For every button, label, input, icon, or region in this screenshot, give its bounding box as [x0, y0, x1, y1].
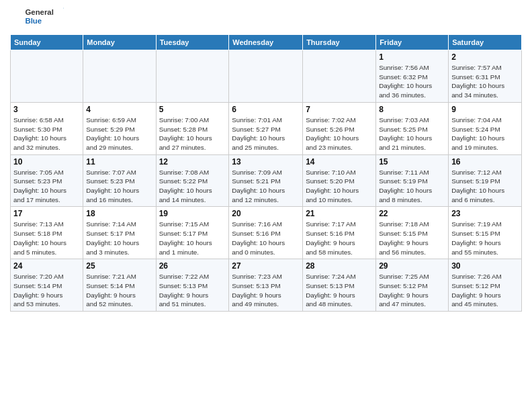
day-number: 9	[451, 105, 519, 114]
calendar-cell: 5Sunrise: 7:00 AM Sunset: 5:28 PM Daylig…	[156, 102, 229, 154]
calendar-cell: 4Sunrise: 6:59 AM Sunset: 5:29 PM Daylig…	[83, 102, 156, 154]
calendar-cell	[83, 50, 156, 103]
svg-text:Blue: Blue	[26, 17, 42, 25]
calendar-cell: 20Sunrise: 7:16 AM Sunset: 5:16 PM Dayli…	[229, 207, 303, 259]
page-container: General Blue SundayMondayTuesdayWednesda…	[0, 0, 532, 318]
weekday-header-saturday: Saturday	[449, 35, 522, 50]
calendar-cell: 26Sunrise: 7:22 AM Sunset: 5:13 PM Dayli…	[156, 259, 229, 312]
day-info: Sunrise: 7:00 AM Sunset: 5:28 PM Dayligh…	[159, 116, 226, 152]
day-number: 10	[13, 157, 80, 167]
day-number: 17	[13, 209, 80, 218]
calendar-cell: 10Sunrise: 7:05 AM Sunset: 5:23 PM Dayli…	[11, 154, 83, 207]
day-info: Sunrise: 7:21 AM Sunset: 5:14 PM Dayligh…	[86, 272, 152, 309]
day-number: 30	[451, 261, 519, 271]
svg-text:General: General	[26, 8, 54, 16]
calendar-cell	[11, 50, 83, 103]
day-info: Sunrise: 7:10 AM Sunset: 5:20 PM Dayligh…	[306, 168, 373, 205]
logo: General Blue	[10, 7, 64, 30]
calendar-week-row: 10Sunrise: 7:05 AM Sunset: 5:23 PM Dayli…	[11, 154, 522, 207]
weekday-header-thursday: Thursday	[303, 35, 376, 50]
day-info: Sunrise: 7:25 AM Sunset: 5:12 PM Dayligh…	[379, 272, 445, 309]
day-number: 11	[86, 157, 152, 167]
day-number: 6	[232, 105, 300, 114]
calendar-cell: 12Sunrise: 7:08 AM Sunset: 5:22 PM Dayli…	[156, 154, 229, 207]
day-info: Sunrise: 7:12 AM Sunset: 5:19 PM Dayligh…	[451, 168, 519, 205]
day-number: 12	[159, 157, 226, 167]
day-number: 8	[379, 105, 445, 114]
day-info: Sunrise: 7:57 AM Sunset: 6:31 PM Dayligh…	[451, 63, 519, 100]
calendar-cell: 14Sunrise: 7:10 AM Sunset: 5:20 PM Dayli…	[303, 154, 376, 207]
calendar-week-row: 17Sunrise: 7:13 AM Sunset: 5:18 PM Dayli…	[11, 207, 522, 259]
calendar-cell: 11Sunrise: 7:07 AM Sunset: 5:23 PM Dayli…	[83, 154, 156, 207]
day-number: 2	[451, 52, 519, 62]
calendar-cell: 2Sunrise: 7:57 AM Sunset: 6:31 PM Daylig…	[449, 50, 522, 103]
day-info: Sunrise: 7:05 AM Sunset: 5:23 PM Dayligh…	[13, 168, 80, 205]
weekday-header-wednesday: Wednesday	[229, 35, 303, 50]
calendar-cell: 23Sunrise: 7:19 AM Sunset: 5:15 PM Dayli…	[449, 207, 522, 259]
calendar-cell: 1Sunrise: 7:56 AM Sunset: 6:32 PM Daylig…	[376, 50, 449, 103]
weekday-header-sunday: Sunday	[11, 35, 83, 50]
day-info: Sunrise: 7:23 AM Sunset: 5:13 PM Dayligh…	[232, 272, 300, 309]
day-info: Sunrise: 7:14 AM Sunset: 5:17 PM Dayligh…	[86, 220, 152, 257]
calendar-week-row: 3Sunrise: 6:58 AM Sunset: 5:30 PM Daylig…	[11, 102, 522, 154]
day-number: 5	[159, 105, 226, 114]
day-number: 24	[13, 261, 80, 271]
day-info: Sunrise: 7:08 AM Sunset: 5:22 PM Dayligh…	[159, 168, 226, 205]
calendar-cell: 30Sunrise: 7:26 AM Sunset: 5:12 PM Dayli…	[449, 259, 522, 312]
day-number: 1	[379, 52, 445, 62]
calendar-table: SundayMondayTuesdayWednesdayThursdayFrid…	[10, 34, 522, 312]
day-info: Sunrise: 7:09 AM Sunset: 5:21 PM Dayligh…	[232, 168, 300, 205]
calendar-cell: 9Sunrise: 7:04 AM Sunset: 5:24 PM Daylig…	[449, 102, 522, 154]
day-number: 23	[451, 209, 519, 218]
calendar-cell: 21Sunrise: 7:17 AM Sunset: 5:16 PM Dayli…	[303, 207, 376, 259]
calendar-cell: 29Sunrise: 7:25 AM Sunset: 5:12 PM Dayli…	[376, 259, 449, 312]
day-number: 22	[379, 209, 445, 218]
day-number: 16	[451, 157, 519, 167]
calendar-week-row: 24Sunrise: 7:20 AM Sunset: 5:14 PM Dayli…	[11, 259, 522, 312]
svg-marker-1	[63, 8, 64, 14]
calendar-week-row: 1Sunrise: 7:56 AM Sunset: 6:32 PM Daylig…	[11, 50, 522, 103]
calendar-cell	[156, 50, 229, 103]
day-info: Sunrise: 7:13 AM Sunset: 5:18 PM Dayligh…	[13, 220, 80, 257]
day-info: Sunrise: 7:19 AM Sunset: 5:15 PM Dayligh…	[451, 220, 519, 257]
day-number: 29	[379, 261, 445, 271]
day-info: Sunrise: 7:04 AM Sunset: 5:24 PM Dayligh…	[451, 116, 519, 152]
day-info: Sunrise: 7:03 AM Sunset: 5:25 PM Dayligh…	[379, 116, 445, 152]
calendar-cell: 7Sunrise: 7:02 AM Sunset: 5:26 PM Daylig…	[303, 102, 376, 154]
calendar-cell	[303, 50, 376, 103]
calendar-cell: 17Sunrise: 7:13 AM Sunset: 5:18 PM Dayli…	[11, 207, 83, 259]
calendar-header-row: SundayMondayTuesdayWednesdayThursdayFrid…	[11, 35, 522, 50]
calendar-cell: 28Sunrise: 7:24 AM Sunset: 5:13 PM Dayli…	[303, 259, 376, 312]
calendar-cell: 25Sunrise: 7:21 AM Sunset: 5:14 PM Dayli…	[83, 259, 156, 312]
calendar-cell: 16Sunrise: 7:12 AM Sunset: 5:19 PM Dayli…	[449, 154, 522, 207]
day-info: Sunrise: 7:07 AM Sunset: 5:23 PM Dayligh…	[86, 168, 152, 205]
calendar-cell: 24Sunrise: 7:20 AM Sunset: 5:14 PM Dayli…	[11, 259, 83, 312]
calendar-cell: 22Sunrise: 7:18 AM Sunset: 5:15 PM Dayli…	[376, 207, 449, 259]
logo-icon: General Blue	[10, 7, 64, 30]
calendar-cell: 19Sunrise: 7:15 AM Sunset: 5:17 PM Dayli…	[156, 207, 229, 259]
page-header: General Blue	[10, 7, 522, 30]
calendar-cell: 15Sunrise: 7:11 AM Sunset: 5:19 PM Dayli…	[376, 154, 449, 207]
calendar-cell: 8Sunrise: 7:03 AM Sunset: 5:25 PM Daylig…	[376, 102, 449, 154]
calendar-cell: 18Sunrise: 7:14 AM Sunset: 5:17 PM Dayli…	[83, 207, 156, 259]
day-info: Sunrise: 6:58 AM Sunset: 5:30 PM Dayligh…	[13, 116, 80, 152]
day-number: 18	[86, 209, 152, 218]
calendar-cell: 3Sunrise: 6:58 AM Sunset: 5:30 PM Daylig…	[11, 102, 83, 154]
day-number: 3	[13, 105, 80, 114]
day-number: 7	[306, 105, 373, 114]
weekday-header-monday: Monday	[83, 35, 156, 50]
day-info: Sunrise: 7:56 AM Sunset: 6:32 PM Dayligh…	[379, 63, 445, 100]
day-number: 26	[159, 261, 226, 271]
day-number: 27	[232, 261, 300, 271]
calendar-cell	[229, 50, 303, 103]
weekday-header-tuesday: Tuesday	[156, 35, 229, 50]
day-info: Sunrise: 7:15 AM Sunset: 5:17 PM Dayligh…	[159, 220, 226, 257]
weekday-header-friday: Friday	[376, 35, 449, 50]
day-number: 4	[86, 105, 152, 114]
day-info: Sunrise: 7:22 AM Sunset: 5:13 PM Dayligh…	[159, 272, 226, 309]
day-info: Sunrise: 7:24 AM Sunset: 5:13 PM Dayligh…	[306, 272, 373, 309]
day-info: Sunrise: 7:01 AM Sunset: 5:27 PM Dayligh…	[232, 116, 300, 152]
day-info: Sunrise: 7:02 AM Sunset: 5:26 PM Dayligh…	[306, 116, 373, 152]
day-number: 21	[306, 209, 373, 218]
calendar-cell: 6Sunrise: 7:01 AM Sunset: 5:27 PM Daylig…	[229, 102, 303, 154]
